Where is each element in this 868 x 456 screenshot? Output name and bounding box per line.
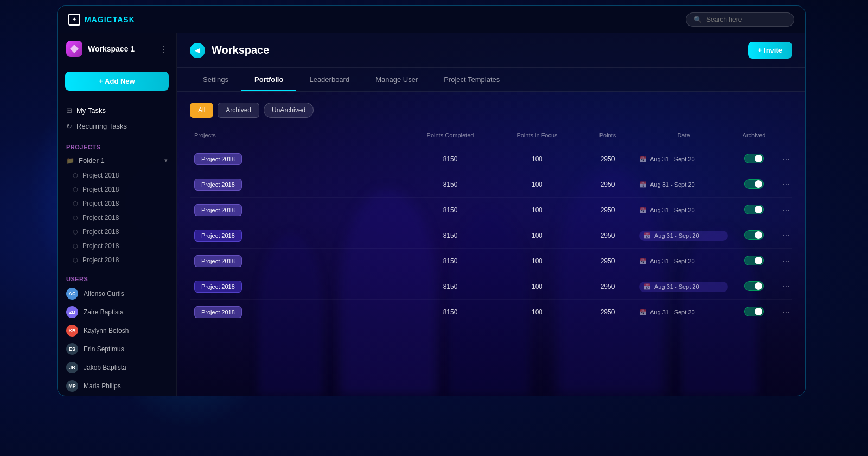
date-cell: 📅 Aug 31 - Sept 20	[639, 156, 728, 163]
avatar: ES	[66, 343, 78, 355]
add-new-button[interactable]: + Add New	[65, 72, 169, 91]
sidebar-project-item[interactable]: ⬡Project 2018	[58, 197, 176, 211]
td-menu: ⋯	[776, 228, 792, 243]
search-input[interactable]	[706, 16, 786, 23]
sidebar-user-item[interactable]: ES Erin Septimus	[58, 340, 176, 358]
td-archived	[732, 150, 776, 168]
project-tag: Project 2018	[194, 281, 242, 293]
filter-all-button[interactable]: All	[190, 103, 213, 118]
archive-toggle[interactable]	[744, 205, 764, 214]
sidebar-project-item[interactable]: ⬡Project 2018	[58, 239, 176, 253]
table-row[interactable]: Project 2018 8150 100 2950 📅 Aug 31 - Se…	[190, 172, 792, 198]
table-row[interactable]: Project 2018 8150 100 2950 📅 Aug 31 - Se…	[190, 300, 792, 325]
th-date: Date	[635, 130, 732, 141]
project-tag: Project 2018	[194, 306, 242, 318]
table-row[interactable]: Project 2018 8150 100 2950 📅 Aug 31 - Se…	[190, 223, 792, 249]
table-row[interactable]: Project 2018 8150 100 2950 📅 Aug 31 - Se…	[190, 274, 792, 300]
td-date: 📅 Aug 31 - Sept 20	[635, 227, 732, 244]
invite-button[interactable]: + Invite	[748, 42, 792, 59]
projects-section: Projects 📁 Folder 1 ▾ ⬡Project 2018⬡Proj…	[58, 140, 176, 267]
row-menu-button[interactable]: ⋯	[780, 153, 792, 166]
tab-settings[interactable]: Settings	[190, 68, 241, 91]
tab-manage-user[interactable]: Manage User	[362, 68, 431, 91]
td-project: Project 2018	[190, 277, 407, 296]
td-points-completed: 8150	[407, 305, 494, 319]
avatar: ZB	[66, 306, 78, 318]
td-project: Project 2018	[190, 175, 407, 194]
tab-leaderboard[interactable]: Leaderboard	[296, 68, 362, 91]
td-archived	[732, 278, 776, 296]
archive-toggle[interactable]	[744, 281, 764, 291]
sidebar-project-item[interactable]: ⬡Project 2018	[58, 168, 176, 182]
td-project: Project 2018	[190, 252, 407, 270]
project-tag: Project 2018	[194, 204, 242, 216]
logo-task: TASK	[113, 15, 135, 24]
back-button[interactable]: ◀	[190, 43, 205, 58]
users-label: Users	[58, 271, 176, 284]
archive-toggle[interactable]	[744, 256, 764, 265]
th-actions	[776, 130, 792, 141]
td-points: 2950	[580, 280, 635, 294]
row-menu-button[interactable]: ⋯	[780, 306, 792, 319]
app-container: ✦ MAGICTASK 🔍 Workspace 1 ⋮ + Add New	[57, 5, 806, 396]
tab-project-templates[interactable]: Project Templates	[431, 68, 513, 91]
row-menu-button[interactable]: ⋯	[780, 280, 792, 293]
project-tag: Project 2018	[194, 153, 242, 165]
table-row[interactable]: Project 2018 8150 100 2950 📅 Aug 31 - Se…	[190, 147, 792, 172]
row-menu-button[interactable]: ⋯	[780, 229, 792, 242]
workspace-menu-button[interactable]: ⋮	[159, 44, 168, 54]
filter-archived-button[interactable]: Archived	[218, 103, 259, 118]
td-points-completed: 8150	[407, 203, 494, 217]
sidebar-user-item[interactable]: MP Maria Philips	[58, 377, 176, 395]
recurring-icon: ↻	[66, 122, 72, 130]
project-dot-icon: ⬡	[73, 243, 78, 250]
sidebar-item-my-tasks[interactable]: ⊞ My Tasks	[58, 103, 176, 118]
td-menu: ⋯	[776, 151, 792, 167]
td-menu: ⋯	[776, 202, 792, 218]
sidebar-item-recurring-tasks[interactable]: ↻ Recurring Tasks	[58, 118, 176, 134]
td-date: 📅 Aug 31 - Sept 20	[635, 255, 732, 268]
date-cell: 📅 Aug 31 - Sept 20	[639, 282, 728, 292]
archive-toggle[interactable]	[744, 154, 764, 163]
sidebar-user-item[interactable]: KB Kaylynn Botosh	[58, 321, 176, 340]
sidebar-project-item[interactable]: ⬡Project 2018	[58, 182, 176, 197]
search-icon: 🔍	[694, 16, 702, 23]
row-menu-button[interactable]: ⋯	[780, 178, 792, 191]
row-menu-button[interactable]: ⋯	[780, 204, 792, 217]
project-tag: Project 2018	[194, 179, 242, 191]
td-archived	[732, 227, 776, 245]
archive-toggle[interactable]	[744, 230, 764, 240]
td-points-completed: 8150	[407, 178, 494, 192]
projects-label: Projects	[58, 140, 176, 153]
td-menu: ⋯	[776, 254, 792, 269]
td-date: 📅 Aug 31 - Sept 20	[635, 306, 732, 319]
tab-portfolio[interactable]: Portfolio	[241, 68, 296, 91]
td-points: 2950	[580, 178, 635, 192]
td-points-completed: 8150	[407, 254, 494, 268]
my-tasks-label: My Tasks	[76, 106, 106, 115]
workspace-icon	[66, 41, 82, 57]
sidebar-project-item[interactable]: ⬡Project 2018	[58, 211, 176, 225]
table-row[interactable]: Project 2018 8150 100 2950 📅 Aug 31 - Se…	[190, 249, 792, 274]
sidebar-user-item[interactable]: JB Jakob Baptista	[58, 358, 176, 377]
archive-toggle[interactable]	[744, 307, 764, 316]
sidebar-user-item[interactable]: AC Alfonso Curtis	[58, 284, 176, 303]
th-points-in-focus: Points in Focus	[494, 130, 580, 141]
search-bar[interactable]: 🔍	[686, 12, 794, 27]
th-projects: Projects	[190, 130, 407, 141]
workspace-name: Workspace 1	[88, 45, 154, 53]
date-text: Aug 31 - Sept 20	[650, 156, 695, 162]
sidebar-user-item[interactable]: ZB Zaire Baptista	[58, 303, 176, 321]
table-row[interactable]: Project 2018 8150 100 2950 📅 Aug 31 - Se…	[190, 198, 792, 223]
folder-item[interactable]: 📁 Folder 1 ▾	[58, 153, 176, 168]
td-date: 📅 Aug 31 - Sept 20	[635, 178, 732, 192]
row-menu-button[interactable]: ⋯	[780, 255, 792, 268]
filter-unarchived-button[interactable]: UnArchived	[264, 103, 314, 118]
archive-toggle[interactable]	[744, 179, 764, 189]
calendar-icon: 📅	[639, 309, 647, 316]
date-text: Aug 31 - Sept 20	[654, 232, 699, 239]
date-cell: 📅 Aug 31 - Sept 20	[639, 231, 728, 241]
avatar: AC	[66, 288, 78, 300]
sidebar-project-item[interactable]: ⬡Project 2018	[58, 253, 176, 267]
sidebar-project-item[interactable]: ⬡Project 2018	[58, 225, 176, 239]
